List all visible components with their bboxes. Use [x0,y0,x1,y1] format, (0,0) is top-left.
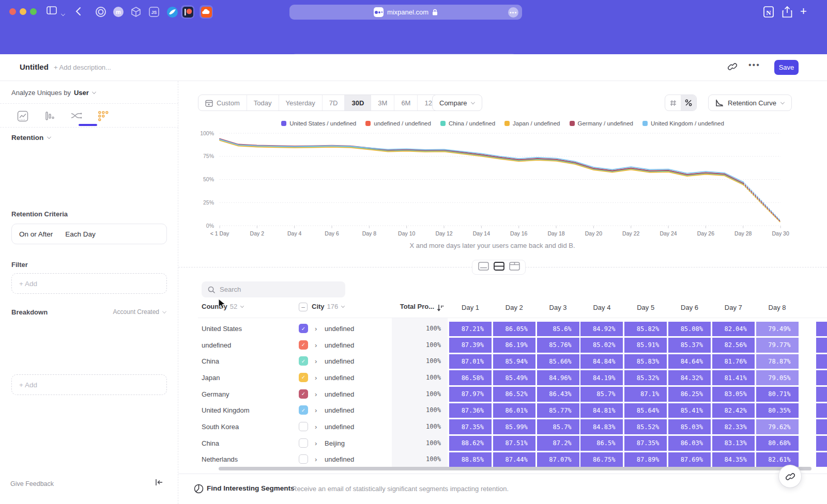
minimize-window-button[interactable] [20,8,26,15]
extension-bird-icon[interactable] [165,5,179,19]
breakdown-event-select[interactable]: Account Created [113,308,166,316]
day-column-header[interactable]: Day 1 [449,304,492,311]
extension-cube-icon[interactable] [129,5,143,19]
row-checkbox[interactable]: ✓ [299,324,308,333]
chart-type-select[interactable]: Retention Curve [708,94,792,111]
table-search-input[interactable] [220,286,323,293]
expand-row-icon[interactable]: › [315,357,317,365]
day-column-header[interactable]: Day 5 [624,304,667,311]
add-breakdown-button[interactable]: + Add [11,374,167,395]
total-column-header[interactable]: Total Pro... [398,303,434,317]
expand-row-icon[interactable]: › [315,406,317,414]
row-checkbox[interactable] [299,438,308,448]
extension-patreon-icon[interactable] [181,5,194,19]
criteria-mode[interactable]: On or After [19,230,53,238]
date-range-7d[interactable]: 7D [323,95,345,111]
legend-item[interactable]: United Kingdom / undefined [642,120,724,127]
save-button[interactable]: Save [774,60,799,75]
retention-series-line[interactable] [220,139,743,183]
expand-row-icon[interactable]: › [315,455,317,463]
row-checkbox[interactable] [299,422,308,431]
tab-retention-icon[interactable] [95,108,112,124]
extension-rings-icon[interactable] [94,5,108,19]
date-range-yesterday[interactable]: Yesterday [279,95,323,111]
date-range-today[interactable]: Today [247,95,279,111]
give-feedback-link[interactable]: Give Feedback [10,480,54,487]
table-row[interactable]: United Kingdom✓›undefined100%87.36%86.01… [178,402,827,419]
table-row[interactable]: Japan✓›undefined100%86.58%85.49%84.96%84… [178,370,827,386]
row-checkbox[interactable] [299,454,308,464]
zoom-window-button[interactable] [30,8,37,15]
close-window-button[interactable] [9,8,16,15]
day-column-header[interactable]: Day 3 [537,304,579,311]
table-only-view-icon[interactable] [509,262,520,273]
retention-series-line[interactable] [743,182,780,220]
table-row[interactable]: China✓›undefined100%87.01%85.94%85.66%84… [178,353,827,370]
chart-only-view-icon[interactable] [478,262,489,273]
row-checkbox[interactable]: ✓ [299,356,308,366]
expand-row-icon[interactable]: › [315,439,317,447]
legend-item[interactable]: undefined / undefined [365,120,431,127]
table-search[interactable] [202,281,345,297]
expand-row-icon[interactable]: › [315,341,317,349]
legend-item[interactable]: China / undefined [440,120,495,127]
browser-address-bar[interactable]: mixpanel.com ••• [289,5,522,20]
criteria-interval[interactable]: Each Day [65,230,96,238]
retention-section-header[interactable]: Retention [11,134,51,141]
percentage-toggle[interactable] [681,95,696,111]
legend-item[interactable]: United States / undefined [281,120,356,127]
tab-flows-icon[interactable] [68,108,85,124]
date-range-6m[interactable]: 6M [394,95,418,111]
legend-item[interactable]: Germany / undefined [570,120,633,127]
collapse-sidebar-icon[interactable] [155,479,163,488]
city-select-all-checkbox[interactable]: – [299,303,308,311]
find-segments-title[interactable]: Find Interesting Segments [207,484,295,492]
back-icon[interactable] [75,7,81,18]
tab-insights-icon[interactable] [14,108,31,124]
day-column-header[interactable]: Day 4 [580,304,623,311]
expand-row-icon[interactable]: › [315,325,317,333]
table-row[interactable]: undefined✓›undefined100%87.39%86.19%85.7… [178,337,827,354]
row-checkbox[interactable]: ✓ [299,389,308,399]
horizontal-scrollbar[interactable] [219,467,811,470]
retention-series-line[interactable] [743,183,780,222]
report-title[interactable]: Untitled [20,62,49,71]
day-column-header[interactable]: Day 7 [712,304,755,311]
legend-item[interactable]: Japan / undefined [504,120,560,127]
retention-line-chart[interactable]: 100%75%50%25%0%< 1 DayDay 2Day 4Day 6Day… [195,131,805,242]
day-column-header[interactable]: Day 6 [668,304,711,311]
table-row[interactable]: South Korea›undefined100%87.35%85.99%85.… [178,419,827,435]
share-icon[interactable] [782,6,793,21]
table-row[interactable]: China›Beijing100%88.62%87.51%87.2%86.5%8… [178,435,827,452]
row-checkbox[interactable]: ✓ [299,340,308,350]
sort-descending-icon[interactable] [437,304,444,313]
tab-funnels-icon[interactable] [41,108,58,124]
notion-extension-icon[interactable]: N [763,6,774,20]
analyze-entity-select[interactable]: User [74,89,89,97]
city-column-header[interactable]: – City176 [299,303,345,317]
date-range-custom[interactable]: Custom [198,95,247,111]
date-range-30d[interactable]: 30D [345,95,371,111]
browser-sidebar-icon[interactable] [47,6,57,17]
retention-criteria-card[interactable]: On or After Each Day [11,224,167,244]
copy-link-icon[interactable] [728,62,737,73]
table-row[interactable]: United States✓›undefined100%87.21%86.05%… [178,321,827,337]
row-checkbox[interactable]: ✓ [299,405,308,415]
table-row[interactable]: Netherlands›undefined100%88.85%87.44%87.… [178,451,827,468]
split-view-icon[interactable] [494,262,504,273]
add-description[interactable]: + Add description... [54,64,111,71]
extension-soundcloud-icon[interactable] [200,5,213,19]
more-options-icon[interactable]: ••• [748,60,760,70]
share-link-fab[interactable] [779,465,801,487]
expand-row-icon[interactable]: › [315,423,317,431]
new-tab-icon[interactable]: + [800,5,807,18]
add-filter-button[interactable]: + Add [11,273,167,294]
extension-m-icon[interactable]: m [112,5,125,19]
extension-js-icon[interactable]: JS [147,5,161,19]
page-settings-icon[interactable]: ••• [508,7,518,18]
table-row[interactable]: Germany✓›undefined100%87.97%86.52%86.43%… [178,386,827,403]
expand-row-icon[interactable]: › [315,374,317,382]
date-range-3m[interactable]: 3M [371,95,394,111]
chevron-down-icon[interactable] [61,9,65,18]
compare-button[interactable]: Compare [432,94,482,111]
